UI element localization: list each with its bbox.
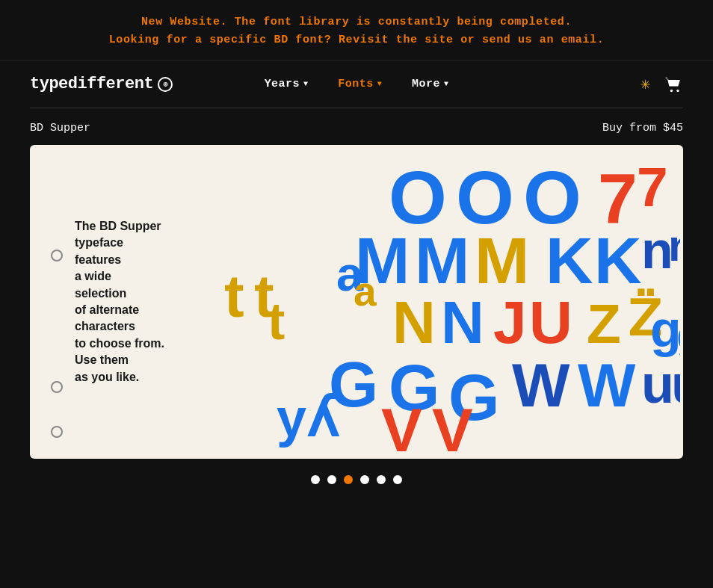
svg-text:t: t xyxy=(268,292,285,350)
svg-text:K: K xyxy=(546,223,593,297)
radio-dot-2[interactable] xyxy=(51,381,63,393)
nav-more[interactable]: More ▼ xyxy=(400,72,460,96)
svg-text:N: N xyxy=(392,289,436,356)
nav-more-chevron: ▼ xyxy=(444,80,448,88)
svg-text:n: n xyxy=(668,220,680,270)
carousel-wrapper: The BD Supper typeface features a wide s… xyxy=(0,145,713,459)
nav-years[interactable]: Years ▼ xyxy=(253,72,321,96)
svg-text:g: g xyxy=(650,300,680,357)
svg-text:W: W xyxy=(578,351,636,419)
letters-svg: O O O 7 7 M M M K K n n a a xyxy=(179,145,680,459)
banner-line1: New Website. The font library is constan… xyxy=(30,13,683,31)
carousel-pagination xyxy=(0,459,713,492)
nav-years-label: Years xyxy=(265,78,300,90)
svg-text:M: M xyxy=(475,223,529,297)
product-name: BD Supper xyxy=(30,122,90,134)
svg-point-0 xyxy=(670,89,673,91)
cart-button[interactable] xyxy=(664,76,683,93)
svg-text:V: V xyxy=(432,396,473,459)
svg-text:u: u xyxy=(671,354,680,414)
radio-dot-1[interactable] xyxy=(51,250,63,261)
buy-button[interactable]: Buy from $45 xyxy=(602,122,683,134)
svg-text:ʎ: ʎ xyxy=(306,388,340,448)
nav-years-chevron: ▼ xyxy=(303,80,308,88)
main-nav: Years ▼ Fonts ▼ More ▼ xyxy=(253,72,461,96)
carousel-card: The BD Supper typeface features a wide s… xyxy=(30,145,683,459)
radio-dot-3[interactable] xyxy=(51,426,63,438)
card-text-line8: to choose from. xyxy=(75,335,164,352)
page-dot-4[interactable] xyxy=(360,475,369,484)
announcement-banner: New Website. The font library is constan… xyxy=(0,0,713,60)
svg-text:g: g xyxy=(676,309,680,360)
nav-fonts[interactable]: Fonts ▼ xyxy=(326,72,394,96)
card-text-line4: a wide xyxy=(75,268,164,285)
main-header: typedifferent ⊕ Years ▼ Fonts ▼ More ▼ ✳ xyxy=(0,60,713,108)
svg-text:7: 7 xyxy=(637,155,668,218)
header-icons: ✳ xyxy=(641,74,683,94)
svg-text:U: U xyxy=(529,289,572,356)
svg-text:W: W xyxy=(512,351,570,419)
svg-text:N: N xyxy=(441,289,484,356)
card-text-line2: typeface xyxy=(75,235,164,251)
card-description: The BD Supper typeface features a wide s… xyxy=(75,218,164,386)
page-dot-1[interactable] xyxy=(311,475,320,484)
page-dot-5[interactable] xyxy=(377,475,386,484)
banner-line2: Looking for a specific BD font? Revisit … xyxy=(30,31,683,49)
logo-icon: ⊕ xyxy=(158,77,173,92)
letters-display: O O O 7 7 M M M K K n n a a xyxy=(179,145,683,459)
cart-icon xyxy=(664,76,683,93)
page-dot-3[interactable] xyxy=(344,475,353,484)
theme-toggle-button[interactable]: ✳ xyxy=(641,74,650,94)
nav-fonts-chevron: ▼ xyxy=(377,80,382,88)
svg-text:a: a xyxy=(354,268,377,315)
nav-fonts-label: Fonts xyxy=(338,78,373,90)
product-info-row: BD Supper Buy from $45 xyxy=(0,108,713,145)
svg-text:K: K xyxy=(594,223,642,297)
card-text-line6: of alternate xyxy=(75,302,164,318)
svg-text:Z: Z xyxy=(587,292,621,355)
svg-text:V: V xyxy=(381,396,422,459)
svg-text:u: u xyxy=(641,354,674,414)
svg-point-1 xyxy=(676,89,679,91)
radio-dot-bottom xyxy=(51,426,63,438)
svg-text:M: M xyxy=(415,223,469,297)
card-text-line9: Use them xyxy=(75,352,164,368)
svg-text:J: J xyxy=(493,289,527,356)
card-text-line10: as you like. xyxy=(75,369,164,386)
page-dot-6[interactable] xyxy=(393,475,402,484)
radio-dots xyxy=(51,250,63,393)
card-text-line7: characters xyxy=(75,318,164,335)
card-text-line1: The BD Supper xyxy=(75,218,164,235)
svg-text:y: y xyxy=(277,388,306,448)
page-dot-2[interactable] xyxy=(327,475,336,484)
card-text-line5: selection xyxy=(75,285,164,302)
nav-more-label: More xyxy=(412,78,440,90)
card-text-line3: features xyxy=(75,252,164,268)
logo[interactable]: typedifferent ⊕ xyxy=(30,75,173,93)
svg-text:t: t xyxy=(224,263,244,329)
logo-text: typedifferent xyxy=(30,75,153,93)
